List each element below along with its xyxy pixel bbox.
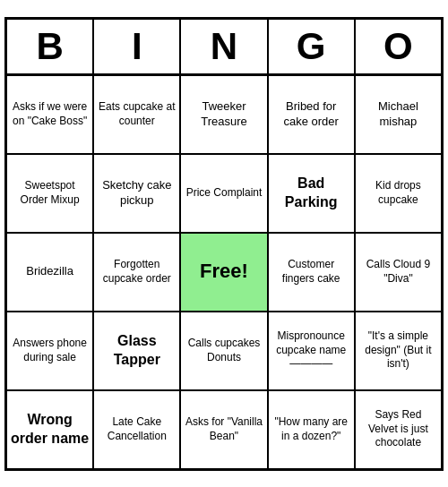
bingo-cell-5: Sweetspot Order Mixup (6, 154, 93, 233)
bingo-grid: Asks if we were on "Cake Boss"Eats cupca… (6, 75, 442, 469)
bingo-cell-17: Calls cupcakes Donuts (180, 312, 267, 390)
bingo-cell-6: Sketchy cake pickup (93, 154, 180, 233)
bingo-cell-14: Calls Cloud 9 "Diva" (355, 233, 442, 312)
bingo-cell-22: Asks for "Vanilla Bean" (180, 390, 267, 469)
bingo-cell-0: Asks if we were on "Cake Boss" (6, 75, 93, 154)
bingo-cell-11: Forgotten cupcake order (93, 233, 180, 312)
bingo-cell-16: Glass Tapper (93, 312, 180, 390)
bingo-cell-10: Bridezilla (6, 233, 93, 312)
bingo-cell-24: Says Red Velvet is just chocolate (355, 390, 442, 469)
bingo-cell-2: Tweeker Treasure (180, 75, 267, 154)
bingo-cell-15: Answers phone during sale (6, 312, 93, 390)
bingo-cell-4: Michael mishap (355, 75, 442, 154)
bingo-cell-12: Free! (180, 233, 267, 312)
bingo-cell-19: "It's a simple design" (But it isn't) (355, 312, 442, 390)
bingo-cell-3: Bribed for cake order (268, 75, 355, 154)
header-letter-g: G (268, 19, 355, 75)
header-letter-i: I (93, 19, 180, 75)
bingo-cell-1: Eats cupcake at counter (93, 75, 180, 154)
bingo-cell-7: Price Complaint (180, 154, 267, 233)
bingo-cell-8: Bad Parking (268, 154, 355, 233)
bingo-cell-23: "How many are in a dozen?" (268, 390, 355, 469)
bingo-cell-9: Kid drops cupcake (355, 154, 442, 233)
header-letter-n: N (180, 19, 267, 75)
header-letter-o: O (355, 19, 442, 75)
bingo-card: BINGO Asks if we were on "Cake Boss"Eats… (4, 17, 444, 471)
bingo-cell-18: Mispronounce cupcake name ———— (268, 312, 355, 390)
bingo-cell-21: Late Cake Cancellation (93, 390, 180, 469)
header-letter-b: B (6, 19, 93, 75)
bingo-cell-13: Customer fingers cake (268, 233, 355, 312)
bingo-header: BINGO (6, 19, 442, 75)
bingo-cell-20: Wrong order name (6, 390, 93, 469)
